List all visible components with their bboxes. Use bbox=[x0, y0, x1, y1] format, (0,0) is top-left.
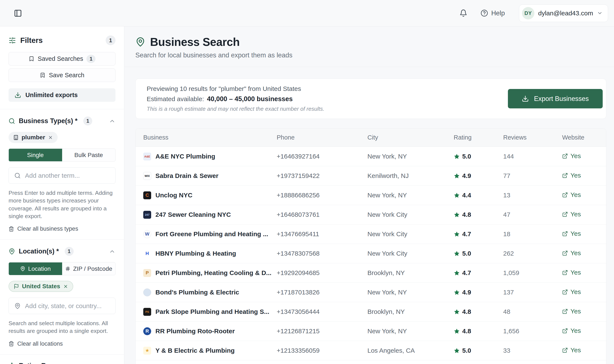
table-row[interactable]: PS Park Slope Plumbing and Heating S... … bbox=[135, 302, 606, 322]
clear-business-types-button[interactable]: Clear all business types bbox=[9, 225, 116, 232]
business-name: Unclog NYC bbox=[155, 192, 192, 199]
table-row[interactable]: Bond's Plumbing & Electric +17187013826 … bbox=[135, 283, 606, 302]
rating-value: 4.8 bbox=[462, 211, 471, 218]
help-button[interactable]: Help bbox=[481, 9, 505, 17]
website-link[interactable]: Yes bbox=[562, 269, 581, 276]
table-body: A&E A&E NYC Plumbing +16463927164 New Yo… bbox=[135, 147, 606, 360]
rating-value: 5.0 bbox=[462, 347, 471, 354]
external-link-icon bbox=[562, 153, 568, 159]
sidebar-toggle-button[interactable] bbox=[13, 8, 23, 18]
website-link[interactable]: Yes bbox=[562, 327, 581, 334]
business-type-input-wrap bbox=[9, 167, 116, 184]
results-table: Business Phone City Rating Reviews Websi… bbox=[135, 128, 606, 364]
website-link[interactable]: Yes bbox=[562, 211, 581, 218]
main-content: Business Search Search for local busines… bbox=[124, 26, 614, 364]
website-label: Yes bbox=[571, 347, 581, 354]
city-cell: New York, NY bbox=[367, 289, 454, 296]
business-cell: C Unclog NYC bbox=[135, 191, 277, 199]
saved-searches-button[interactable]: Saved Searches 1 bbox=[9, 52, 116, 65]
table-row[interactable]: WIX Sabra Drain & Sewer +19737159422 Ken… bbox=[135, 166, 606, 186]
external-link-icon bbox=[562, 192, 568, 198]
phone-cell: +13473056444 bbox=[277, 308, 367, 315]
website-cell: Yes bbox=[562, 269, 606, 277]
city-cell: New York City bbox=[367, 211, 454, 218]
help-circle-icon bbox=[481, 9, 488, 17]
business-cell: Bond's Plumbing & Electric bbox=[135, 288, 277, 296]
locations-title: Location(s) * bbox=[19, 247, 59, 255]
save-search-button[interactable]: Save Search bbox=[9, 68, 116, 82]
business-type-section-header[interactable]: Business Type(s) * 1 bbox=[9, 117, 116, 125]
page-header: Business Search Search for local busines… bbox=[124, 26, 614, 67]
table-row[interactable]: R RR Plumbing Roto-Rooter +12126871215 N… bbox=[135, 322, 606, 341]
remove-location-icon[interactable] bbox=[63, 284, 68, 289]
website-link[interactable]: Yes bbox=[562, 288, 581, 296]
website-label: Yes bbox=[571, 211, 581, 218]
table-row[interactable]: C Unclog NYC +18886686256 New York, NY 4… bbox=[135, 186, 606, 205]
business-favicon bbox=[143, 288, 151, 296]
business-favicon: WIX bbox=[143, 172, 151, 180]
rating-value: 4.8 bbox=[462, 327, 471, 335]
star-icon bbox=[454, 212, 460, 218]
rating-range-section-header[interactable]: Rating Range bbox=[9, 362, 116, 364]
export-businesses-button[interactable]: Export Businesses bbox=[508, 89, 603, 108]
city-cell: Los Angeles, CA bbox=[367, 347, 454, 354]
table-row[interactable]: W Fort Greene Plumbing and Heating ... +… bbox=[135, 224, 606, 244]
user-menu[interactable]: DY dylan@lead43.com bbox=[519, 4, 608, 22]
saved-searches-badge: 1 bbox=[86, 55, 95, 63]
website-cell: Yes bbox=[562, 172, 606, 180]
website-cell: Yes bbox=[562, 230, 606, 238]
external-link-icon bbox=[562, 270, 568, 275]
table-row[interactable]: P Petri Plumbing, Heating Cooling & D...… bbox=[135, 263, 606, 283]
business-favicon: PS bbox=[143, 308, 151, 316]
estimate-label: Estimated available: bbox=[147, 95, 204, 103]
business-name: Bond's Plumbing & Electric bbox=[155, 289, 239, 296]
remove-business-type-icon[interactable] bbox=[48, 135, 53, 140]
website-link[interactable]: Yes bbox=[562, 191, 581, 198]
star-icon bbox=[454, 250, 460, 257]
website-link[interactable]: Yes bbox=[562, 347, 581, 354]
rating-value: 4.7 bbox=[462, 230, 471, 238]
website-link[interactable]: Yes bbox=[562, 249, 581, 257]
location-input[interactable] bbox=[25, 302, 110, 310]
star-icon bbox=[454, 328, 460, 334]
external-link-icon bbox=[562, 289, 568, 295]
website-label: Yes bbox=[571, 308, 581, 315]
rating-cell: 5.0 bbox=[454, 153, 503, 160]
toggle-zip-postcode[interactable]: ZIP / Postcode bbox=[62, 262, 116, 275]
business-cell: H HBNY Plumbing & Heating bbox=[135, 250, 277, 258]
clear-locations-button[interactable]: Clear all locations bbox=[9, 340, 116, 347]
flag-icon bbox=[14, 284, 19, 289]
city-cell: Kenilworth, NJ bbox=[367, 172, 454, 180]
star-icon bbox=[454, 231, 460, 237]
toggle-bulk-paste[interactable]: Bulk Paste bbox=[62, 149, 116, 161]
business-type-chip-label: plumber bbox=[22, 134, 45, 141]
website-link[interactable]: Yes bbox=[562, 308, 581, 315]
reviews-cell: 144 bbox=[503, 153, 562, 160]
location-mode-toggle: Location ZIP / Postcode bbox=[9, 262, 116, 275]
column-header-phone: Phone bbox=[277, 134, 367, 141]
business-type-input[interactable] bbox=[25, 172, 110, 179]
website-link[interactable]: Yes bbox=[562, 172, 581, 179]
website-link[interactable]: Yes bbox=[562, 152, 581, 160]
business-name: Y & B Electric & Plumbing bbox=[155, 347, 235, 354]
toggle-single[interactable]: Single bbox=[9, 149, 62, 161]
topbar-right: Help DY dylan@lead43.com bbox=[459, 4, 608, 22]
estimate-note: This is a rough estimate and may not ref… bbox=[147, 106, 324, 112]
locations-section-header[interactable]: Location(s) * 1 bbox=[9, 247, 116, 256]
table-header-row: Business Phone City Rating Reviews Websi… bbox=[135, 129, 606, 147]
notifications-button[interactable] bbox=[459, 9, 467, 17]
table-row[interactable]: A&E A&E NYC Plumbing +16463927164 New Yo… bbox=[135, 147, 606, 166]
external-link-icon bbox=[562, 250, 568, 256]
table-row[interactable]: H HBNY Plumbing & Heating +13478307568 N… bbox=[135, 244, 606, 263]
toggle-location[interactable]: Location bbox=[9, 262, 62, 275]
search-icon bbox=[14, 172, 21, 179]
external-link-icon bbox=[562, 309, 568, 314]
map-pin-icon bbox=[20, 266, 26, 271]
business-cell: PS Park Slope Plumbing and Heating S... bbox=[135, 308, 277, 316]
rating-value: 5.0 bbox=[462, 250, 471, 257]
table-row[interactable]: 247 247 Sewer Cleaning NYC +16468073761 … bbox=[135, 205, 606, 224]
table-row[interactable]: ★ Y & B Electric & Plumbing +12133356059… bbox=[135, 341, 606, 360]
city-cell: New York, NY bbox=[367, 327, 454, 335]
business-type-badge: 1 bbox=[83, 117, 92, 125]
website-link[interactable]: Yes bbox=[562, 230, 581, 237]
